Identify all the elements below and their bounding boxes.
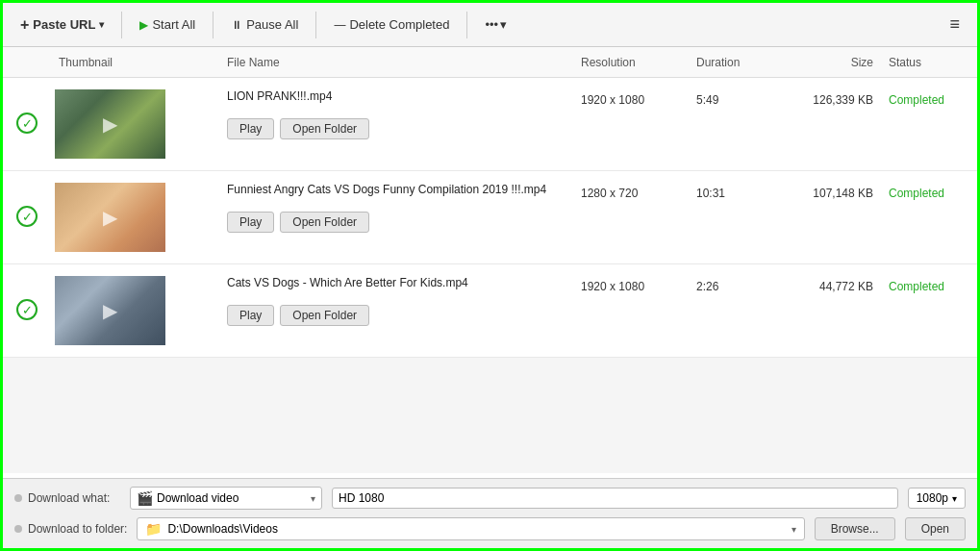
duration-3: 2:26 bbox=[689, 272, 775, 301]
paste-url-dropdown-arrow: ▾ bbox=[99, 19, 104, 30]
hamburger-menu-button[interactable]: ≡ bbox=[942, 11, 967, 38]
play-button-3[interactable]: Play bbox=[227, 305, 274, 326]
divider-1 bbox=[121, 12, 122, 38]
open-folder-button-1[interactable]: Open Folder bbox=[280, 118, 369, 139]
open-folder-button-3[interactable]: Open Folder bbox=[280, 305, 369, 326]
download-type-dropdown-arrow: ▾ bbox=[311, 493, 315, 504]
folder-icon: 📁 bbox=[145, 521, 162, 537]
more-options-button[interactable]: ••• ▾ bbox=[477, 13, 515, 36]
play-icon: ▶ bbox=[139, 18, 148, 32]
pause-all-button[interactable]: ⏸ Pause All bbox=[223, 13, 306, 36]
size-2: 107,148 KB bbox=[775, 179, 881, 208]
header-filename: File Name bbox=[219, 56, 573, 69]
play-button-2[interactable]: Play bbox=[227, 212, 274, 233]
file-name-1: LION PRANK!!!.mp4 bbox=[227, 89, 565, 103]
plus-icon: + bbox=[20, 16, 29, 34]
file-name-3: Cats VS Dogs - Which Are Better For Kids… bbox=[227, 276, 565, 289]
resolution-badge-arrow: ▾ bbox=[952, 493, 957, 504]
resolution-2: 1280 x 720 bbox=[573, 179, 689, 208]
header-size: Size bbox=[775, 56, 881, 69]
info-col-1: LION PRANK!!!.mp4 Play Open Folder bbox=[219, 86, 573, 143]
more-dropdown-arrow: ▾ bbox=[500, 17, 507, 32]
check-icon-2: ✓ bbox=[16, 206, 38, 227]
delete-completed-button[interactable]: — Delete Completed bbox=[326, 13, 457, 36]
action-btns-1: Play Open Folder bbox=[227, 118, 565, 139]
check-col-2: ✓ bbox=[3, 179, 51, 227]
play-button-1[interactable]: Play bbox=[227, 118, 274, 139]
check-col-1: ✓ bbox=[3, 86, 51, 134]
bottom-bar: Download what: 🎬 Download video ▾ HD 108… bbox=[3, 478, 977, 548]
download-type-label: Download video bbox=[157, 491, 239, 505]
action-btns-2: Play Open Folder bbox=[227, 212, 565, 233]
duration-1: 5:49 bbox=[689, 86, 775, 114]
download-to-label: Download to folder: bbox=[14, 522, 127, 536]
video-icon: 🎬 bbox=[137, 490, 153, 506]
empty-area bbox=[3, 358, 977, 473]
open-button[interactable]: Open bbox=[905, 517, 966, 540]
divider-2 bbox=[213, 12, 214, 38]
status-1: Completed bbox=[881, 86, 977, 114]
table-row: ✓ Funniest Angry Cats VS Dogs Funny Comp… bbox=[3, 171, 977, 264]
resolution-1: 1920 x 1080 bbox=[573, 86, 689, 114]
header-duration: Duration bbox=[689, 56, 775, 69]
check-col-3: ✓ bbox=[3, 272, 51, 320]
thumbnail-image-3 bbox=[55, 276, 165, 345]
more-dots-icon: ••• bbox=[485, 17, 498, 32]
folder-path-select[interactable]: 📁 D:\Downloads\Videos ▾ bbox=[137, 517, 804, 540]
thumbnail-image-1 bbox=[55, 89, 165, 159]
resolution-badge[interactable]: 1080p ▾ bbox=[908, 488, 966, 509]
browse-button[interactable]: Browse... bbox=[815, 517, 895, 540]
info-col-2: Funniest Angry Cats VS Dogs Funny Compil… bbox=[219, 179, 573, 237]
table-row: ✓ Cats VS Dogs - Which Are Better For Ki… bbox=[3, 264, 977, 358]
download-list: ✓ LION PRANK!!!.mp4 Play Open Folder 192… bbox=[3, 78, 977, 478]
dot-icon-1 bbox=[14, 494, 22, 502]
size-3: 44,772 KB bbox=[775, 272, 881, 301]
info-col-3: Cats VS Dogs - Which Are Better For Kids… bbox=[219, 272, 573, 330]
size-1: 126,339 KB bbox=[775, 86, 881, 114]
download-what-row: Download what: 🎬 Download video ▾ HD 108… bbox=[14, 487, 966, 510]
pause-all-label: Pause All bbox=[246, 17, 298, 32]
pause-icon: ⏸ bbox=[231, 18, 242, 32]
download-type-select[interactable]: 🎬 Download video ▾ bbox=[130, 487, 322, 510]
thumbnail-image-2 bbox=[55, 183, 165, 252]
open-folder-button-2[interactable]: Open Folder bbox=[280, 212, 369, 233]
download-to-row: Download to folder: 📁 D:\Downloads\Video… bbox=[14, 517, 966, 540]
quality-label: HD 1080 bbox=[339, 491, 384, 505]
file-name-2: Funniest Angry Cats VS Dogs Funny Compil… bbox=[227, 183, 565, 196]
paste-url-button[interactable]: + Paste URL ▾ bbox=[13, 13, 112, 38]
folder-path-label: D:\Downloads\Videos bbox=[167, 522, 278, 536]
divider-4 bbox=[466, 12, 467, 38]
duration-2: 10:31 bbox=[689, 179, 775, 208]
status-3: Completed bbox=[881, 272, 977, 301]
paste-url-label: Paste URL bbox=[33, 17, 95, 32]
toolbar: + Paste URL ▾ ▶ Start All ⏸ Pause All — … bbox=[3, 3, 977, 47]
thumbnail-col-2 bbox=[51, 179, 219, 256]
download-what-label: Download what: bbox=[14, 491, 120, 505]
check-icon-3: ✓ bbox=[16, 299, 38, 320]
resolution-badge-label: 1080p bbox=[917, 491, 948, 505]
delete-icon: — bbox=[334, 18, 345, 32]
table-row: ✓ LION PRANK!!!.mp4 Play Open Folder 192… bbox=[3, 78, 977, 171]
hamburger-icon: ≡ bbox=[949, 14, 960, 34]
start-all-button[interactable]: ▶ Start All bbox=[132, 13, 203, 36]
thumbnail-col-3 bbox=[51, 272, 219, 349]
thumbnail-col-1 bbox=[51, 86, 219, 163]
divider-3 bbox=[315, 12, 316, 38]
quality-select[interactable]: HD 1080 bbox=[332, 488, 898, 509]
resolution-3: 1920 x 1080 bbox=[573, 272, 689, 301]
folder-path-dropdown-arrow: ▾ bbox=[792, 524, 796, 535]
header-thumbnail: Thumbnail bbox=[51, 56, 219, 69]
start-all-label: Start All bbox=[152, 17, 195, 32]
delete-completed-label: Delete Completed bbox=[349, 17, 449, 32]
header-status: Status bbox=[881, 56, 977, 69]
action-btns-3: Play Open Folder bbox=[227, 305, 565, 326]
header-resolution: Resolution bbox=[573, 56, 689, 69]
table-header: Thumbnail File Name Resolution Duration … bbox=[3, 47, 977, 78]
status-2: Completed bbox=[881, 179, 977, 208]
dot-icon-2 bbox=[14, 525, 22, 533]
check-icon-1: ✓ bbox=[16, 113, 38, 134]
